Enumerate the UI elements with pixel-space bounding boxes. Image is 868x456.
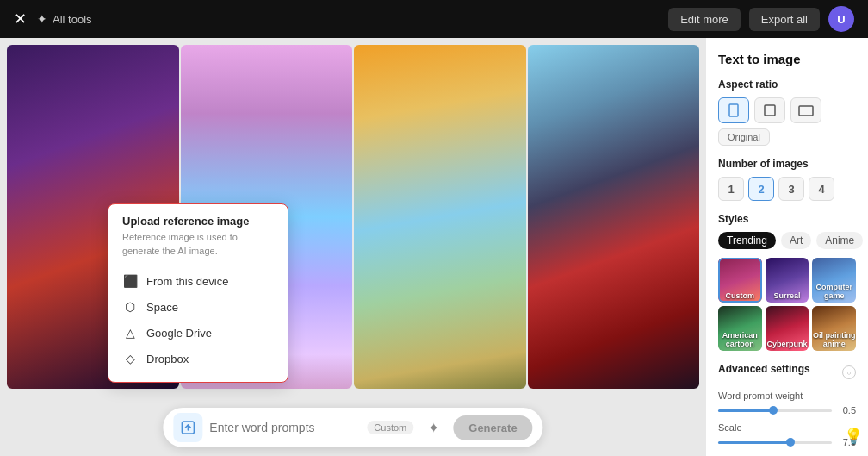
right-panel: Text to image Aspect ratio Original Numb…: [706, 38, 868, 456]
advanced-header: Advanced settings ○: [718, 363, 856, 382]
avatar[interactable]: U: [828, 6, 854, 32]
style-computer-game[interactable]: Computer game: [812, 258, 856, 303]
advanced-settings-section: Advanced settings ○ Word prompt weight 0…: [718, 363, 856, 447]
image-grid: [0, 38, 706, 396]
upload-popup-desc: Reference image is used to generate the …: [122, 231, 274, 258]
scale-slider-row: 7.5: [718, 437, 856, 447]
style-oil-painting-anime[interactable]: Oil painting anime: [812, 306, 856, 351]
num-2-button[interactable]: 2: [748, 177, 774, 201]
image-slot-3: [354, 45, 526, 389]
style-grid: Custom Surreal Computer game American ca…: [718, 258, 856, 351]
device-icon: ⬛: [122, 273, 138, 289]
tab-art[interactable]: Art: [781, 232, 811, 249]
styles-tabs: Trending Art Anime: [718, 232, 856, 249]
dropbox-icon: ◇: [122, 351, 138, 366]
scale-thumb[interactable]: [786, 438, 795, 447]
styles-section: Styles Trending Art Anime Custom Surreal…: [718, 213, 856, 351]
topnav: ✕ ✦ All tools Edit more Export all U: [0, 0, 868, 38]
tab-trending[interactable]: Trending: [718, 232, 776, 249]
prompt-input[interactable]: [209, 421, 360, 434]
num-images-buttons: 1 2 3 4: [718, 177, 856, 201]
topnav-right: Edit more Export all U: [668, 6, 854, 32]
space-icon: ⬡: [122, 299, 138, 315]
canvas-area: Upload reference image Reference image i…: [0, 38, 706, 456]
aspect-square-button[interactable]: [754, 97, 785, 123]
word-prompt-weight-slider-row: 0.5: [718, 405, 856, 415]
scale-fill: [718, 441, 792, 444]
num-4-button[interactable]: 4: [809, 177, 834, 201]
upload-from-dropbox[interactable]: ◇ Dropbox: [122, 346, 274, 372]
aspect-portrait-button[interactable]: [718, 97, 749, 123]
all-tools-btn[interactable]: ✦ All tools: [37, 12, 92, 26]
word-prompt-weight-value: 0.5: [839, 405, 856, 415]
upload-from-device[interactable]: ⬛ From this device: [122, 268, 274, 294]
num-images-section: Number of images 1 2 3 4: [718, 158, 856, 201]
advanced-toggle[interactable]: ○: [842, 365, 856, 379]
styles-label: Styles: [718, 213, 856, 225]
aspect-ratio-section: Aspect ratio Original: [718, 78, 856, 146]
upload-from-space[interactable]: ⬡ Space: [122, 294, 274, 320]
upload-from-google-drive[interactable]: △ Google Drive: [122, 320, 274, 346]
advanced-label: Advanced settings: [718, 363, 810, 375]
num-1-button[interactable]: 1: [718, 177, 744, 201]
scale-track[interactable]: [718, 441, 832, 444]
magic-enhance-button[interactable]: ✦: [420, 415, 446, 440]
upload-popup-title: Upload reference image: [122, 215, 274, 228]
svg-rect-2: [765, 105, 775, 116]
word-prompt-weight-track[interactable]: [718, 409, 832, 412]
edit-more-button[interactable]: Edit more: [668, 8, 741, 31]
export-all-button[interactable]: Export all: [749, 8, 820, 31]
toolbar-upload-button[interactable]: [173, 413, 202, 442]
style-cyberpunk[interactable]: Cyberpunk: [766, 306, 809, 351]
svg-rect-3: [799, 106, 813, 116]
panel-title: Text to image: [718, 52, 856, 66]
main: Upload reference image Reference image i…: [0, 38, 868, 456]
logo-icon: ✕: [14, 9, 27, 28]
word-prompt-weight-fill: [718, 409, 775, 412]
upload-reference-popup: Upload reference image Reference image i…: [108, 203, 288, 383]
topnav-left: ✕ ✦ All tools: [14, 9, 92, 28]
scale-label: Scale: [718, 422, 856, 433]
num-images-label: Number of images: [718, 158, 856, 170]
style-custom[interactable]: Custom: [718, 258, 762, 303]
bulb-icon[interactable]: 💡: [844, 427, 863, 446]
style-badge: Custom: [367, 421, 413, 434]
style-surreal[interactable]: Surreal: [766, 258, 809, 303]
svg-rect-1: [729, 104, 738, 116]
google-drive-icon: △: [122, 325, 138, 340]
generate-button[interactable]: Generate: [453, 415, 532, 440]
aspect-landscape-button[interactable]: [790, 97, 822, 123]
aspect-original-button[interactable]: Original: [718, 128, 770, 146]
tab-anime[interactable]: Anime: [816, 232, 863, 249]
bottom-toolbar: Custom ✦ Generate: [163, 408, 542, 447]
aspect-ratio-buttons: [718, 97, 856, 123]
word-prompt-weight-thumb[interactable]: [769, 406, 778, 415]
word-prompt-weight-label: Word prompt weight: [718, 390, 856, 401]
image-slot-4: [528, 45, 700, 389]
num-3-button[interactable]: 3: [778, 177, 804, 201]
style-american-cartoon[interactable]: American cartoon: [718, 306, 762, 351]
aspect-ratio-label: Aspect ratio: [718, 78, 856, 91]
